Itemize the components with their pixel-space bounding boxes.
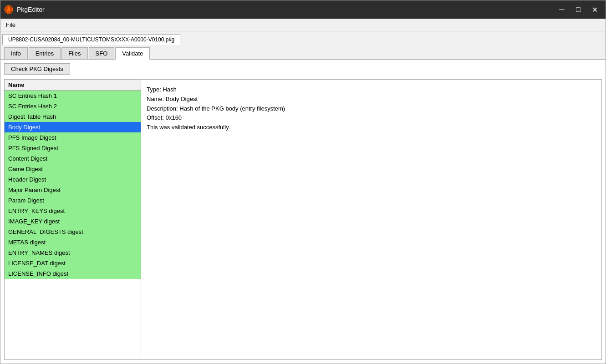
tab-sfo[interactable]: SFO [89, 47, 115, 59]
tab-files[interactable]: Files [61, 47, 87, 59]
tab-validate[interactable]: Validate [115, 47, 150, 60]
list-item[interactable]: GENERAL_DIGESTS digest [5, 227, 141, 237]
list-item[interactable]: LICENSE_DAT digest [5, 258, 141, 268]
list-scroll-container[interactable]: SC Entries Hash 1SC Entries Hash 2Digest… [5, 91, 141, 359]
list-item[interactable]: Body Digest [5, 122, 141, 132]
menu-bar: File [0, 19, 606, 31]
list-item[interactable]: Digest Table Hash [5, 111, 141, 122]
check-pkg-digests-button[interactable]: Check PKG Digests [4, 63, 70, 75]
tab-entries[interactable]: Entries [29, 47, 61, 59]
detail-text: Type: Hash Name: Body Digest Description… [147, 85, 596, 132]
tab-section: Info Entries Files SFO Validate [0, 45, 606, 60]
title-bar-left: PkgEditor [4, 5, 45, 14]
tab-info[interactable]: Info [4, 47, 28, 59]
main-window: PkgEditor ─ □ ✕ File UP8802-CUSA02084_00… [0, 0, 606, 364]
menu-item-file[interactable]: File [2, 20, 19, 30]
list-item[interactable]: LICENSE_INFO digest [5, 268, 141, 279]
list-item[interactable]: METAS digest [5, 237, 141, 248]
file-tab[interactable]: UP8802-CUSA02084_00-MULTICUSTOMSXXXX-A00… [2, 34, 180, 45]
window-title: PkgEditor [17, 6, 45, 13]
list-item[interactable]: Header Digest [5, 174, 141, 185]
svg-point-2 [7, 8, 10, 11]
window-controls: ─ □ ✕ [555, 3, 602, 16]
file-tab-bar: UP8802-CUSA02084_00-MULTICUSTOMSXXXX-A00… [0, 31, 606, 45]
main-panel: Name SC Entries Hash 1SC Entries Hash 2D… [4, 79, 602, 360]
left-panel: Name SC Entries Hash 1SC Entries Hash 2D… [5, 80, 141, 359]
list-item[interactable]: ENTRY_KEYS digest [5, 206, 141, 216]
list-item[interactable]: SC Entries Hash 1 [5, 91, 141, 101]
list-item[interactable]: Game Digest [5, 164, 141, 174]
list-item[interactable]: Content Digest [5, 153, 141, 164]
list-header-label: Name [8, 81, 24, 88]
list-item[interactable]: PFS Image Digest [5, 132, 141, 143]
list-item[interactable]: Major Param Digest [5, 185, 141, 195]
maximize-button[interactable]: □ [571, 3, 586, 16]
content-area: Check PKG Digests Name SC Entries Hash 1… [0, 60, 606, 364]
list-item[interactable]: PFS Signed Digest [5, 143, 141, 153]
app-icon [4, 5, 13, 14]
list-item[interactable]: IMAGE_KEY digest [5, 216, 141, 227]
list-header: Name [5, 80, 141, 91]
title-bar: PkgEditor ─ □ ✕ [0, 0, 606, 19]
minimize-button[interactable]: ─ [555, 3, 569, 16]
close-button[interactable]: ✕ [587, 3, 602, 16]
list-item[interactable]: SC Entries Hash 2 [5, 101, 141, 111]
right-panel: Type: Hash Name: Body Digest Description… [141, 80, 601, 359]
list-item[interactable]: ENTRY_NAMES digest [5, 248, 141, 258]
list-item[interactable]: Param Digest [5, 195, 141, 206]
